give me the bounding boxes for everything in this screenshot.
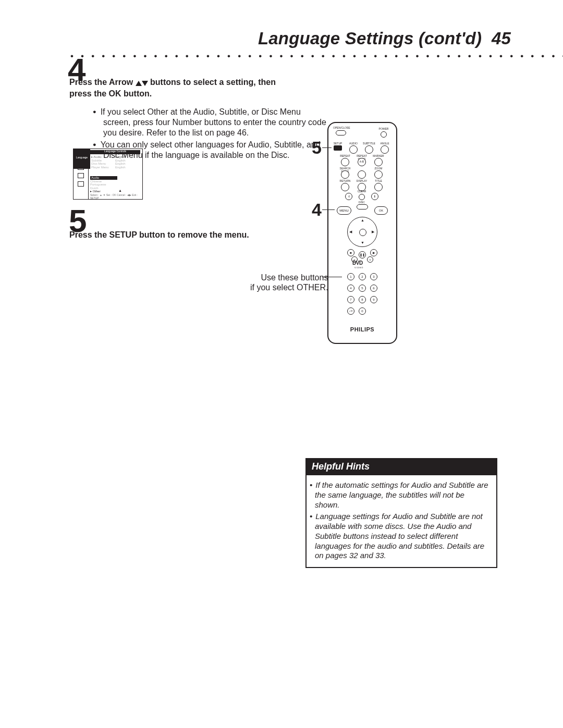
header-dots: • • • • • • • • • • • • • • • • • • • • … bbox=[70, 51, 563, 61]
pause-icon: ❚❚ bbox=[359, 251, 366, 258]
helpful-hints-title: Helpful Hints bbox=[307, 459, 496, 475]
svg-marker-1 bbox=[142, 81, 148, 86]
callout-number-4: 4 bbox=[312, 200, 322, 220]
dvd-logo: DVD bbox=[352, 260, 363, 266]
arrow-down-icon: ▼ bbox=[361, 241, 364, 244]
hint-item: If the automatic settings for Audio and … bbox=[315, 480, 489, 510]
bullet-item: If you select Other at the Audio, Subtit… bbox=[92, 107, 327, 138]
arrow-left-icon: ◀ bbox=[349, 230, 352, 234]
arrow-right-icon: ▶ bbox=[372, 230, 374, 234]
callout-number-5: 5 bbox=[312, 138, 322, 158]
brand-logo: PHILIPS bbox=[328, 326, 396, 332]
arrow-up-icon: ▲ bbox=[118, 189, 122, 193]
section-title: Language Settings (cont'd) bbox=[258, 29, 482, 48]
arrow-up-icon: ▲ bbox=[361, 218, 364, 222]
hint-item: Language settings for Audio and Subtitle… bbox=[315, 512, 489, 561]
remote-control-illustration: OPEN/CLOSE POWER SETUP AUDIO SUBTITLE AN… bbox=[327, 122, 397, 344]
speaker-icon bbox=[78, 173, 84, 178]
osd-menu-illustration: Language Language Controls ▸ AudioEnglis… bbox=[73, 149, 143, 200]
arrow-down-icon bbox=[142, 78, 148, 89]
page-number: 45 bbox=[492, 29, 511, 48]
arrow-up-icon bbox=[136, 78, 142, 89]
power-icon bbox=[381, 131, 387, 138]
ffwd-icon: » bbox=[367, 256, 373, 263]
ok-button: OK bbox=[374, 206, 388, 215]
skip-prev-icon: ⦉ bbox=[345, 193, 352, 200]
page-header: Language Settings (cont'd) 45 bbox=[258, 29, 511, 48]
helpful-hints-box: Helpful Hints If the automatic settings … bbox=[305, 458, 497, 568]
play-icon: ▶ bbox=[370, 249, 377, 256]
dpad: ▲ ▼ ◀ ▶ bbox=[347, 217, 377, 247]
lock-icon bbox=[78, 181, 84, 187]
number-buttons-hint: Use these buttons if you select OTHER. bbox=[250, 273, 328, 292]
setup-button bbox=[334, 145, 342, 151]
menu-button: MENU bbox=[337, 206, 351, 215]
skip-next-icon: ⦊ bbox=[371, 193, 378, 200]
svg-marker-0 bbox=[136, 81, 142, 86]
step5-heading: Press the SETUP button to remove the men… bbox=[69, 230, 249, 240]
osd-title: Language Controls bbox=[90, 150, 140, 154]
step4-heading: Press the Arrow buttons to select a sett… bbox=[69, 77, 293, 99]
stop-icon: ■ bbox=[347, 249, 354, 256]
